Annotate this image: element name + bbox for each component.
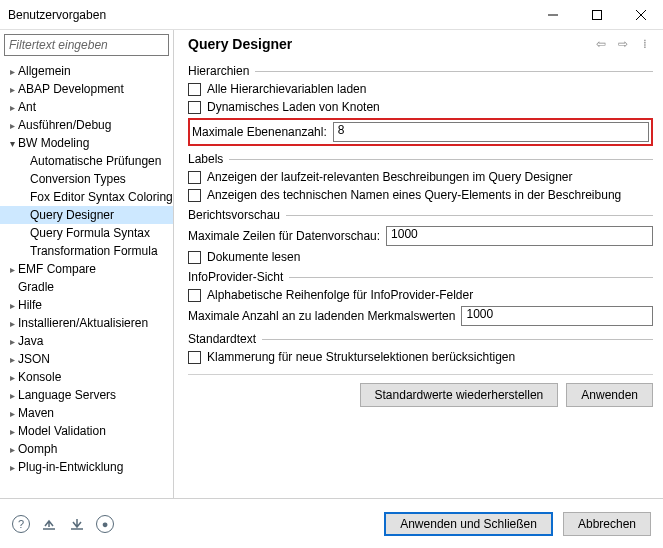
tree-item-label: Ant bbox=[18, 100, 36, 114]
checkbox-read-docs[interactable] bbox=[188, 251, 201, 264]
tree-item-label: Installieren/Aktualisieren bbox=[18, 316, 148, 330]
input-max-levels[interactable]: 8 bbox=[333, 122, 649, 142]
tree-item[interactable]: Conversion Types bbox=[0, 170, 173, 188]
tree-item[interactable]: ▸Language Servers bbox=[0, 386, 173, 404]
label: Klammerung für neue Strukturselektionen … bbox=[207, 350, 515, 364]
cancel-button[interactable]: Abbrechen bbox=[563, 512, 651, 536]
label-max-levels: Maximale Ebenenanzahl: bbox=[192, 125, 327, 139]
label: Dynamisches Laden von Knoten bbox=[207, 100, 380, 114]
page-title: Query Designer bbox=[188, 36, 593, 52]
record-icon[interactable]: ● bbox=[96, 515, 114, 533]
help-icon[interactable]: ? bbox=[12, 515, 30, 533]
chevron-right-icon[interactable]: ▸ bbox=[6, 84, 18, 95]
menu-icon[interactable]: ⁞ bbox=[637, 36, 653, 52]
window-title: Benutzervorgaben bbox=[8, 8, 531, 22]
chevron-right-icon[interactable]: ▸ bbox=[6, 102, 18, 113]
chevron-right-icon[interactable]: ▸ bbox=[6, 426, 18, 437]
chevron-right-icon[interactable]: ▸ bbox=[6, 120, 18, 131]
group-report-preview: Berichtsvorschau bbox=[188, 208, 653, 222]
tree-item-label: Allgemein bbox=[18, 64, 71, 78]
tree-item-label: Ausführen/Debug bbox=[18, 118, 111, 132]
tree-item[interactable]: ▸EMF Compare bbox=[0, 260, 173, 278]
tree-item-label: ABAP Development bbox=[18, 82, 124, 96]
chevron-right-icon[interactable]: ▸ bbox=[6, 264, 18, 275]
checkbox-alpha-order[interactable] bbox=[188, 289, 201, 302]
checkbox-bracketing[interactable] bbox=[188, 351, 201, 364]
close-button[interactable] bbox=[619, 0, 663, 30]
label: Alle Hierarchievariablen laden bbox=[207, 82, 366, 96]
chevron-right-icon[interactable]: ▸ bbox=[6, 444, 18, 455]
minimize-button[interactable] bbox=[531, 0, 575, 30]
tree-item[interactable]: ▾BW Modeling bbox=[0, 134, 173, 152]
checkbox-load-all-hier-vars[interactable] bbox=[188, 83, 201, 96]
chevron-right-icon[interactable]: ▸ bbox=[6, 300, 18, 311]
tree-item-label: Query Designer bbox=[30, 208, 114, 222]
chevron-right-icon[interactable]: ▸ bbox=[6, 318, 18, 329]
tree-item-label: Plug-in-Entwicklung bbox=[18, 460, 123, 474]
tree-item[interactable]: Query Designer bbox=[0, 206, 173, 224]
tree-item-label: Language Servers bbox=[18, 388, 116, 402]
tree-item[interactable]: Fox Editor Syntax Coloring bbox=[0, 188, 173, 206]
tree-item-label: Fox Editor Syntax Coloring bbox=[30, 190, 173, 204]
tree-item-label: Automatische Prüfungen bbox=[30, 154, 161, 168]
tree-item[interactable]: ▸Java bbox=[0, 332, 173, 350]
tree-item[interactable]: Query Formula Syntax bbox=[0, 224, 173, 242]
chevron-right-icon[interactable]: ▸ bbox=[6, 66, 18, 77]
tree-item[interactable]: ▸Allgemein bbox=[0, 62, 173, 80]
input-max-char-values[interactable]: 1000 bbox=[461, 306, 653, 326]
tree-item[interactable]: ▸Plug-in-Entwicklung bbox=[0, 458, 173, 476]
tree-item[interactable]: ▸Maven bbox=[0, 404, 173, 422]
chevron-right-icon[interactable]: ▸ bbox=[6, 372, 18, 383]
tree-item[interactable]: ▸Model Validation bbox=[0, 422, 173, 440]
tree-item-label: Query Formula Syntax bbox=[30, 226, 150, 240]
back-icon[interactable]: ⇦ bbox=[593, 36, 609, 52]
chevron-right-icon[interactable]: ▸ bbox=[6, 336, 18, 347]
tree-item-label: Model Validation bbox=[18, 424, 106, 438]
input-max-rows[interactable]: 1000 bbox=[386, 226, 653, 246]
preferences-tree[interactable]: ▸Allgemein▸ABAP Development▸Ant▸Ausführe… bbox=[0, 60, 173, 498]
checkbox-dynamic-node-load[interactable] bbox=[188, 101, 201, 114]
chevron-right-icon[interactable]: ▸ bbox=[6, 408, 18, 419]
restore-defaults-button[interactable]: Standardwerte wiederherstellen bbox=[360, 383, 559, 407]
tree-item-label: Gradle bbox=[18, 280, 54, 294]
tree-item[interactable]: ▸Hilfe bbox=[0, 296, 173, 314]
tree-item-label: Hilfe bbox=[18, 298, 42, 312]
tree-item[interactable]: Automatische Prüfungen bbox=[0, 152, 173, 170]
highlight-max-levels: Maximale Ebenenanzahl: 8 bbox=[188, 118, 653, 146]
tree-item[interactable]: ▸ABAP Development bbox=[0, 80, 173, 98]
tree-item-label: Konsole bbox=[18, 370, 61, 384]
main-panel: Query Designer ⇦ ⇨ ⁞ Hierarchien Alle Hi… bbox=[174, 30, 663, 498]
forward-icon[interactable]: ⇨ bbox=[615, 36, 631, 52]
svg-rect-1 bbox=[593, 10, 602, 19]
group-default-text: Standardtext bbox=[188, 332, 653, 346]
tree-item[interactable]: ▸JSON bbox=[0, 350, 173, 368]
filter-input[interactable]: Filtertext eingeben bbox=[4, 34, 169, 56]
chevron-right-icon[interactable]: ▸ bbox=[6, 390, 18, 401]
tree-item[interactable]: Transformation Formula bbox=[0, 242, 173, 260]
export-icon[interactable] bbox=[68, 515, 86, 533]
tree-item[interactable]: ▸Installieren/Aktualisieren bbox=[0, 314, 173, 332]
tree-item[interactable]: Gradle bbox=[0, 278, 173, 296]
tree-item-label: Conversion Types bbox=[30, 172, 126, 186]
tree-item-label: Transformation Formula bbox=[30, 244, 158, 258]
tree-item-label: JSON bbox=[18, 352, 50, 366]
import-icon[interactable] bbox=[40, 515, 58, 533]
chevron-right-icon[interactable]: ▸ bbox=[6, 354, 18, 365]
tree-item[interactable]: ▸Ant bbox=[0, 98, 173, 116]
tree-item-label: Java bbox=[18, 334, 43, 348]
group-infoprovider: InfoProvider-Sicht bbox=[188, 270, 653, 284]
tree-item[interactable]: ▸Oomph bbox=[0, 440, 173, 458]
sidebar: Filtertext eingeben ▸Allgemein▸ABAP Deve… bbox=[0, 30, 174, 498]
apply-close-button[interactable]: Anwenden und Schließen bbox=[384, 512, 553, 536]
chevron-right-icon[interactable]: ▸ bbox=[6, 462, 18, 473]
tree-item[interactable]: ▸Ausführen/Debug bbox=[0, 116, 173, 134]
apply-button[interactable]: Anwenden bbox=[566, 383, 653, 407]
label: Anzeigen des technischen Namen eines Que… bbox=[207, 188, 621, 202]
label: Dokumente lesen bbox=[207, 250, 300, 264]
tree-item[interactable]: ▸Konsole bbox=[0, 368, 173, 386]
label-max-char-values: Maximale Anzahl an zu ladenden Merkmalsw… bbox=[188, 309, 455, 323]
checkbox-runtime-desc[interactable] bbox=[188, 171, 201, 184]
chevron-down-icon[interactable]: ▾ bbox=[6, 138, 18, 149]
maximize-button[interactable] bbox=[575, 0, 619, 30]
checkbox-tech-name[interactable] bbox=[188, 189, 201, 202]
